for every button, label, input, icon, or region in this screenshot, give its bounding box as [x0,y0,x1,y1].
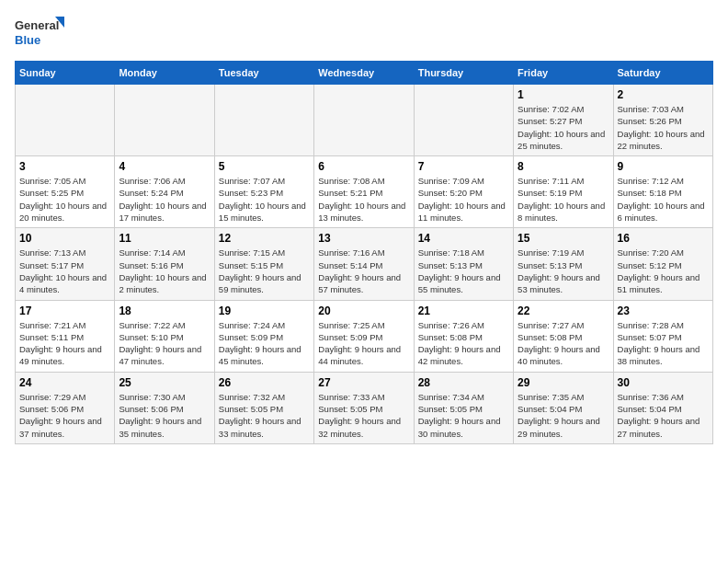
day-info: Sunrise: 7:29 AM Sunset: 5:06 PM Dayligh… [19,391,110,440]
day-cell: 6Sunrise: 7:08 AM Sunset: 5:21 PM Daylig… [314,156,414,228]
day-number: 6 [318,160,409,173]
day-info: Sunrise: 7:24 AM Sunset: 5:09 PM Dayligh… [219,319,310,368]
day-number: 20 [318,304,409,317]
day-info: Sunrise: 7:03 AM Sunset: 5:26 PM Dayligh… [618,103,709,152]
day-number: 15 [518,232,609,245]
day-number: 29 [518,376,609,389]
week-row-1: 1Sunrise: 7:02 AM Sunset: 5:27 PM Daylig… [16,85,713,156]
day-number: 2 [618,88,709,101]
day-number: 14 [418,232,509,245]
day-info: Sunrise: 7:27 AM Sunset: 5:08 PM Dayligh… [518,319,609,368]
day-info: Sunrise: 7:30 AM Sunset: 5:06 PM Dayligh… [119,391,210,440]
day-number: 13 [318,232,409,245]
week-row-3: 10Sunrise: 7:13 AM Sunset: 5:17 PM Dayli… [16,228,713,300]
day-cell: 8Sunrise: 7:11 AM Sunset: 5:19 PM Daylig… [514,156,613,228]
day-cell: 25Sunrise: 7:30 AM Sunset: 5:06 PM Dayli… [115,372,214,443]
day-info: Sunrise: 7:19 AM Sunset: 5:13 PM Dayligh… [518,247,609,295]
day-number: 4 [119,160,210,173]
logo-svg: GeneralBlue [15,15,70,52]
day-info: Sunrise: 7:18 AM Sunset: 5:13 PM Dayligh… [418,247,509,295]
day-info: Sunrise: 7:02 AM Sunset: 5:27 PM Dayligh… [518,103,609,152]
col-header-wednesday: Wednesday [314,62,414,85]
day-cell: 4Sunrise: 7:06 AM Sunset: 5:24 PM Daylig… [115,156,214,228]
day-number: 9 [618,160,709,173]
day-info: Sunrise: 7:35 AM Sunset: 5:04 PM Dayligh… [518,391,609,440]
day-info: Sunrise: 7:08 AM Sunset: 5:21 PM Dayligh… [318,175,409,224]
day-cell: 29Sunrise: 7:35 AM Sunset: 5:04 PM Dayli… [514,372,613,443]
day-cell: 3Sunrise: 7:05 AM Sunset: 5:25 PM Daylig… [16,156,115,228]
day-number: 7 [418,160,509,173]
day-cell: 2Sunrise: 7:03 AM Sunset: 5:26 PM Daylig… [613,85,712,156]
day-number: 23 [618,304,709,317]
day-cell: 24Sunrise: 7:29 AM Sunset: 5:06 PM Dayli… [16,372,115,443]
col-header-tuesday: Tuesday [214,62,313,85]
day-number: 12 [219,232,310,245]
svg-text:Blue: Blue [15,33,40,47]
day-cell [414,85,513,156]
day-cell: 10Sunrise: 7:13 AM Sunset: 5:17 PM Dayli… [16,228,115,300]
day-info: Sunrise: 7:28 AM Sunset: 5:07 PM Dayligh… [618,319,709,368]
week-row-4: 17Sunrise: 7:21 AM Sunset: 5:11 PM Dayli… [16,300,713,372]
day-cell: 19Sunrise: 7:24 AM Sunset: 5:09 PM Dayli… [214,300,313,372]
day-cell: 12Sunrise: 7:15 AM Sunset: 5:15 PM Dayli… [214,228,313,300]
logo: GeneralBlue [15,15,70,52]
day-info: Sunrise: 7:14 AM Sunset: 5:16 PM Dayligh… [119,247,210,295]
day-number: 16 [618,232,709,245]
day-cell [115,85,214,156]
day-number: 17 [19,304,110,317]
day-info: Sunrise: 7:22 AM Sunset: 5:10 PM Dayligh… [119,319,210,368]
day-number: 10 [19,232,110,245]
day-cell: 14Sunrise: 7:18 AM Sunset: 5:13 PM Dayli… [414,228,513,300]
day-number: 18 [119,304,210,317]
day-number: 28 [418,376,509,389]
day-number: 11 [119,232,210,245]
day-info: Sunrise: 7:16 AM Sunset: 5:14 PM Dayligh… [318,247,409,295]
day-info: Sunrise: 7:12 AM Sunset: 5:18 PM Dayligh… [618,175,709,224]
col-header-sunday: Sunday [16,62,115,85]
day-number: 8 [518,160,609,173]
col-header-saturday: Saturday [613,62,712,85]
day-cell: 23Sunrise: 7:28 AM Sunset: 5:07 PM Dayli… [613,300,712,372]
day-number: 25 [119,376,210,389]
col-header-monday: Monday [115,62,214,85]
day-info: Sunrise: 7:25 AM Sunset: 5:09 PM Dayligh… [318,319,409,368]
day-info: Sunrise: 7:20 AM Sunset: 5:12 PM Dayligh… [618,247,709,295]
day-number: 30 [618,376,709,389]
day-info: Sunrise: 7:07 AM Sunset: 5:23 PM Dayligh… [219,175,310,224]
day-cell: 11Sunrise: 7:14 AM Sunset: 5:16 PM Dayli… [115,228,214,300]
day-info: Sunrise: 7:32 AM Sunset: 5:05 PM Dayligh… [219,391,310,440]
day-number: 26 [219,376,310,389]
day-cell: 15Sunrise: 7:19 AM Sunset: 5:13 PM Dayli… [514,228,613,300]
day-number: 19 [219,304,310,317]
day-cell: 9Sunrise: 7:12 AM Sunset: 5:18 PM Daylig… [613,156,712,228]
day-info: Sunrise: 7:15 AM Sunset: 5:15 PM Dayligh… [219,247,310,295]
day-info: Sunrise: 7:33 AM Sunset: 5:05 PM Dayligh… [318,391,409,440]
day-number: 21 [418,304,509,317]
day-cell: 26Sunrise: 7:32 AM Sunset: 5:05 PM Dayli… [214,372,313,443]
day-cell: 22Sunrise: 7:27 AM Sunset: 5:08 PM Dayli… [514,300,613,372]
day-info: Sunrise: 7:26 AM Sunset: 5:08 PM Dayligh… [418,319,509,368]
day-cell [314,85,414,156]
day-cell [214,85,313,156]
day-info: Sunrise: 7:13 AM Sunset: 5:17 PM Dayligh… [19,247,110,295]
svg-text:General: General [15,18,59,32]
day-cell: 30Sunrise: 7:36 AM Sunset: 5:04 PM Dayli… [613,372,712,443]
day-cell: 27Sunrise: 7:33 AM Sunset: 5:05 PM Dayli… [314,372,414,443]
day-cell: 20Sunrise: 7:25 AM Sunset: 5:09 PM Dayli… [314,300,414,372]
week-row-2: 3Sunrise: 7:05 AM Sunset: 5:25 PM Daylig… [16,156,713,228]
day-info: Sunrise: 7:05 AM Sunset: 5:25 PM Dayligh… [19,175,110,224]
day-info: Sunrise: 7:21 AM Sunset: 5:11 PM Dayligh… [19,319,110,368]
header: GeneralBlue [15,15,713,52]
day-number: 3 [19,160,110,173]
day-info: Sunrise: 7:11 AM Sunset: 5:19 PM Dayligh… [518,175,609,224]
day-cell: 5Sunrise: 7:07 AM Sunset: 5:23 PM Daylig… [214,156,313,228]
day-cell: 21Sunrise: 7:26 AM Sunset: 5:08 PM Dayli… [414,300,513,372]
day-info: Sunrise: 7:09 AM Sunset: 5:20 PM Dayligh… [418,175,509,224]
day-number: 1 [518,88,609,101]
day-cell: 18Sunrise: 7:22 AM Sunset: 5:10 PM Dayli… [115,300,214,372]
day-cell: 16Sunrise: 7:20 AM Sunset: 5:12 PM Dayli… [613,228,712,300]
week-row-5: 24Sunrise: 7:29 AM Sunset: 5:06 PM Dayli… [16,372,713,443]
day-cell: 28Sunrise: 7:34 AM Sunset: 5:05 PM Dayli… [414,372,513,443]
day-cell [16,85,115,156]
day-info: Sunrise: 7:36 AM Sunset: 5:04 PM Dayligh… [618,391,709,440]
